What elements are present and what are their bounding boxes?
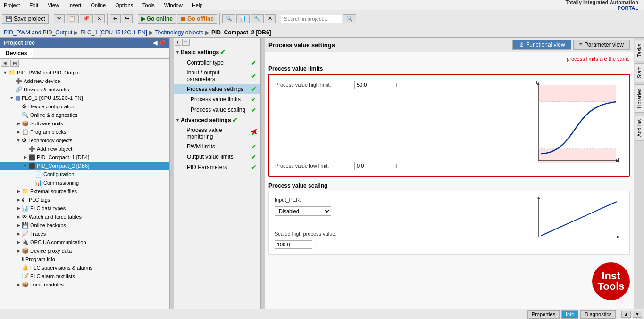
toolbar-btn-1[interactable]: 🔍 [222, 14, 235, 23]
search-input[interactable] [281, 15, 342, 23]
basic-settings-section[interactable]: ▼ Basic settings ✔ [174, 47, 260, 57]
scaled-high-input[interactable] [275, 240, 312, 249]
toolbar-btn-3[interactable]: 🔧 [251, 14, 264, 23]
nav-tool-1[interactable]: ⟨ [175, 39, 181, 46]
tab-devices[interactable]: Devices [0, 48, 33, 58]
tree-item-device-config[interactable]: ⚙ Device configuration [0, 102, 169, 111]
go-offline-button[interactable]: ⏹ Go offline [177, 14, 217, 24]
diagnostics-button[interactable]: Diagnostics [580, 310, 616, 319]
collapse-status-button[interactable]: ▲ [621, 311, 631, 318]
input-per-row: Input_PER: [275, 197, 522, 203]
copy-button[interactable]: 📋 [66, 14, 79, 23]
nav-process-value-settings[interactable]: Process value settings ✔ [174, 84, 260, 94]
breadcrumb-item-3[interactable]: Technology objects [155, 29, 203, 36]
menu-help[interactable]: Help [190, 2, 205, 8]
redo-button[interactable]: ↪ [122, 14, 133, 23]
tree-item-data-types[interactable]: ▶ 📊 PLC data types [0, 204, 169, 213]
menu-project[interactable]: Project [2, 2, 22, 8]
menu-edit[interactable]: Edit [27, 2, 40, 8]
tree-item-plc1[interactable]: ▼ ▦ PLC_1 [CPU 1512C-1 PN] [0, 94, 169, 102]
tree-item-pid-compact-1[interactable]: ▶ ⬛ PID_Compact_1 [DB4] [0, 153, 169, 162]
info-button[interactable]: Info [561, 310, 578, 319]
plc-icon: ▦ [15, 95, 20, 101]
save-project-button[interactable]: 💾 Save project [2, 14, 49, 24]
tree-item-watch[interactable]: ▶ 👁 Watch and force tables [0, 213, 169, 221]
tab-parameter-view[interactable]: ≡ Parameter view [573, 40, 630, 50]
tree-toolbar-collapse[interactable]: ⊟ [10, 60, 19, 67]
search-button[interactable]: 🔍 [343, 14, 356, 23]
nav-process-value-limits[interactable]: Process value limits ✔ [174, 94, 260, 105]
tree-item-pid-compact-2[interactable]: ▼ ⬛ PID_Compact_2 [DB6] [0, 162, 169, 170]
nav-process-value-scaling[interactable]: Process value scaling ✔ [174, 105, 260, 115]
nav-output-limits[interactable]: Output value limits ✔ [174, 152, 260, 162]
menu-online[interactable]: Online [89, 2, 108, 8]
tree-item-backups[interactable]: ▶ 💾 Online backups [0, 221, 169, 229]
svg-text:I: I [536, 197, 538, 200]
properties-button[interactable]: Properties [527, 310, 560, 319]
tree-item-alarm-text[interactable]: 📝 PLC alarm text lists [0, 272, 169, 280]
tree-item-devices-networks[interactable]: 🔗 Devices & networks [0, 85, 169, 94]
tree-item-online-diag[interactable]: 🔍 Online & diagnostics [0, 111, 169, 119]
high-limit-row: Process value high limit: I [275, 81, 521, 89]
tree-item-commissioning[interactable]: 📊 Commissioning [0, 179, 169, 187]
process-limits-title: Process value limits [268, 65, 630, 72]
tree-item-add-device[interactable]: ➕ Add new device [0, 77, 169, 85]
breadcrumb-item-1[interactable]: PID_PWM and PID_Output [4, 29, 72, 36]
delete-button[interactable]: ✕ [94, 14, 105, 23]
menu-tools[interactable]: Tools [141, 2, 157, 8]
high-limit-label: Process value high limit: [275, 82, 351, 88]
menu-window[interactable]: Window [162, 2, 184, 8]
tree-item-program-blocks[interactable]: ▶ 📋 Program blocks [0, 128, 169, 136]
low-limit-input[interactable] [354, 162, 392, 170]
sidebar-tab-tasks[interactable]: Tasks [635, 40, 644, 61]
nav-input-output[interactable]: Input / output parameters ✔ [174, 68, 260, 84]
sidebar-tab-start[interactable]: Start [635, 63, 644, 82]
output-check-icon: ✔ [251, 153, 257, 161]
toolbar-btn-close[interactable]: ✕ [265, 14, 276, 23]
status-bar: Properties Info Diagnostics ▲ ▼ [0, 309, 644, 319]
go-online-icon: ▶ [141, 16, 145, 22]
pid2-icon: ⬛ [28, 163, 35, 169]
advanced-check-icon: ✔ [232, 116, 238, 124]
tree-item-plc-tags[interactable]: ▶ 🏷 PLC tags [0, 196, 169, 204]
toolbar-btn-2[interactable]: 📊 [236, 14, 250, 23]
nav-tool-2[interactable]: ≡ [182, 39, 190, 46]
nav-controller-type[interactable]: Controller type ✔ [174, 57, 260, 68]
tree-toolbar-expand[interactable]: ⊞ [1, 60, 9, 67]
tree-item-supervisions[interactable]: 🔔 PLC supervisions & alarms [0, 263, 169, 272]
menu-insert[interactable]: Insert [67, 2, 84, 8]
advanced-settings-section[interactable]: ▼ Advanced settings ✔ [174, 115, 260, 125]
right-sidebar: Tasks Start Libraries Add-ins [634, 38, 644, 309]
tree-item-opc[interactable]: ▶ 🔌 OPC UA communication [0, 238, 169, 246]
tree-item-software-units[interactable]: ▶ 📦 Software units [0, 119, 169, 128]
tree-item-traces[interactable]: ▶ 📈 Traces [0, 229, 169, 238]
sidebar-tab-libraries[interactable]: Libraries [635, 84, 644, 113]
app-subtitle: PORTAL [618, 5, 638, 11]
tree-item-tech-objects[interactable]: ▼ ⚙ Technology objects [0, 136, 169, 145]
traces-icon: 📈 [22, 230, 29, 237]
go-online-button[interactable]: ▶ Go online [138, 14, 176, 24]
tree-item-local-modules[interactable]: ▶ 📦 Local modules [0, 280, 169, 289]
tree-item-ext-source[interactable]: ▶ 📁 External source files [0, 187, 169, 196]
undo-button[interactable]: ↩ [110, 14, 121, 23]
backup-icon: 💾 [22, 222, 29, 229]
tree-item-pid-pwm[interactable]: ▼ 📁 PID_PWM and PID_Output [0, 68, 169, 77]
menu-view[interactable]: View [46, 2, 61, 8]
cut-button[interactable]: ✂ [54, 14, 65, 23]
input-per-select[interactable]: Disabled [275, 206, 331, 216]
nav-pid-params[interactable]: PID Parameters ✔ [174, 162, 260, 172]
tree-item-configuration[interactable]: 📄 Configuration [0, 170, 169, 179]
tree-item-proxy[interactable]: ▶ 📦 Device proxy data [0, 246, 169, 255]
app-title: Totally Integrated Automation [565, 0, 638, 5]
tree-item-add-object[interactable]: ➕ Add new object [0, 145, 169, 153]
menu-options[interactable]: Options [113, 2, 135, 8]
sidebar-tab-addins[interactable]: Add-ins [635, 115, 644, 141]
paste-button[interactable]: 📌 [80, 14, 93, 23]
high-limit-input[interactable] [354, 81, 392, 89]
breadcrumb-item-2[interactable]: PLC_1 [CPU 1512C-1 PN] [80, 29, 147, 36]
tree-item-program-info[interactable]: ℹ Program info [0, 255, 169, 263]
tab-functional-view[interactable]: 🖥 Functional view [512, 40, 571, 50]
expand-status-button[interactable]: ▼ [633, 311, 642, 318]
nav-pwm-limits[interactable]: PWM limits ✔ [174, 141, 260, 152]
nav-process-monitoring[interactable]: Process value monitoring ✔ [174, 125, 260, 141]
